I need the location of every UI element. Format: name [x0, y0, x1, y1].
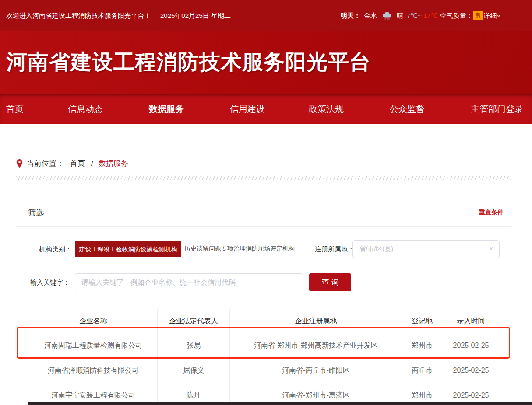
- air-quality-badge: 良: [473, 11, 483, 20]
- cell-company-name: 河南固瑞工程质量检测有限公司: [29, 333, 158, 358]
- weather-tomorrow-label: 明天：: [341, 12, 360, 20]
- nav-item-supervision[interactable]: 公众监督: [390, 94, 425, 124]
- filter-row-keyword: 输入关键字： 查 询: [16, 273, 511, 293]
- nav-item-admin-login[interactable]: 主管部门登录: [471, 94, 523, 124]
- breadcrumb-label: 当前位置：: [27, 158, 64, 168]
- reset-filters-link[interactable]: 重置条件: [479, 209, 504, 216]
- slash-divider: [16, 176, 511, 180]
- nav-item-credit[interactable]: 信用建设: [230, 94, 265, 124]
- temp-low: 7℃~: [407, 12, 422, 20]
- top-bar: 欢迎进入河南省建设工程消防技术服务阳光平台！ 2025年02月25日 星期二 明…: [0, 0, 532, 31]
- table-row-highlighted: 河南固瑞工程质量检测有限公司 张易 河南省-郑州市-郑州高新技术产业开发区 郑州…: [29, 333, 500, 358]
- filter-panel: 筛选 重置条件 机构类别： 建设工程竣工验收消防设施检测机构 历史遗留问题专项治…: [16, 198, 511, 405]
- cell-legal-representative: 张易: [158, 333, 230, 358]
- breadcrumb-current: 数据服务: [99, 158, 128, 168]
- keyword-input[interactable]: [75, 273, 303, 291]
- weather-city: 金水: [364, 12, 377, 20]
- cloud-drizzle-icon: [381, 12, 393, 20]
- temp-high: 17℃: [423, 12, 438, 20]
- category-tab-inspection-agency[interactable]: 建设工程竣工验收消防设施检测机构: [75, 241, 181, 257]
- filter-row-category: 机构类别： 建设工程竣工验收消防设施检测机构 历史遗留问题专项治理消防现场评定机…: [16, 240, 511, 259]
- col-legal-representative: 企业法定代表人: [158, 309, 230, 333]
- main-nav: 首页 信息动态 数据服务 信用建设 政策法规 公众监督 主管部门登录: [0, 94, 532, 124]
- cell-company-name: 河南省泽顺消防科技有限公司: [29, 358, 158, 383]
- bottom-footer-strip: [28, 402, 532, 405]
- nav-item-data-service[interactable]: 数据服务: [149, 94, 184, 124]
- site-banner: 河南省建设工程消防技术服务阳光平台: [0, 31, 532, 94]
- col-registration-place: 登记地: [402, 309, 442, 333]
- keyword-label: 输入关键字：: [30, 279, 70, 287]
- cell-legal-representative: 屈保义: [158, 358, 230, 383]
- weather-detail-link[interactable]: 详细»: [483, 12, 500, 20]
- chevron-down-icon: ∨: [489, 246, 493, 251]
- cell-registration-place: 商丘市: [402, 358, 442, 383]
- nav-item-news[interactable]: 信息动态: [68, 94, 103, 124]
- cell-registered-address: 河南省-郑州市-郑州高新技术产业开发区: [230, 333, 402, 358]
- breadcrumb-separator: /: [91, 159, 93, 168]
- results-table: 企业名称 企业法定代表人 企业注册属地 登记地 录入时间 河南固瑞工程质量检测有…: [29, 309, 500, 405]
- breadcrumb-home-link[interactable]: 首页: [70, 158, 85, 168]
- cell-registered-address: 河南省-商丘市-睢阳区: [230, 358, 402, 383]
- category-tab-historical-assessment-agency[interactable]: 历史遗留问题专项治理消防现场评定机构: [184, 245, 295, 253]
- table-header-row: 企业名称 企业法定代表人 企业注册属地 登记地 录入时间: [29, 309, 500, 333]
- cell-entry-date: 2025-02-25: [442, 333, 500, 358]
- breadcrumb: 当前位置： 首页 / 数据服务: [16, 158, 128, 168]
- location-pin-icon: [16, 159, 23, 168]
- cell-registration-place: 郑州市: [402, 333, 442, 358]
- weather-condition: 晴: [397, 12, 403, 20]
- col-registered-address: 企业注册属地: [230, 309, 402, 333]
- weather-widget: 明天： 金水 晴 7℃~ 17℃ 空气质量： 良 详细»: [341, 10, 500, 21]
- region-label: 注册所属地：: [315, 245, 354, 254]
- region-select[interactable]: 省/市/区(县) ∨: [352, 240, 500, 258]
- results-table-wrapper: 企业名称 企业法定代表人 企业注册属地 登记地 录入时间 河南固瑞工程质量检测有…: [29, 309, 500, 405]
- nav-item-home[interactable]: 首页: [6, 94, 24, 124]
- search-button[interactable]: 查 询: [309, 273, 351, 291]
- region-select-placeholder: 省/市/区(县): [359, 245, 393, 253]
- site-title: 河南省建设工程消防技术服务阳光平台: [6, 48, 371, 76]
- date-text: 2025年02月25日 星期二: [160, 12, 231, 20]
- air-quality-label: 空气质量：: [440, 12, 472, 20]
- category-label: 机构类别：: [39, 245, 72, 254]
- filter-panel-header: 筛选 重置条件: [16, 198, 511, 227]
- cell-entry-date: 2025-02-25: [442, 358, 500, 383]
- col-entry-date: 录入时间: [442, 309, 500, 333]
- nav-item-policy[interactable]: 政策法规: [309, 94, 344, 124]
- col-company-name: 企业名称: [29, 309, 158, 333]
- filter-title: 筛选: [28, 207, 44, 218]
- table-row: 河南省泽顺消防科技有限公司 屈保义 河南省-商丘市-睢阳区 商丘市 2025-0…: [29, 358, 500, 383]
- welcome-text: 欢迎进入河南省建设工程消防技术服务阳光平台！: [6, 12, 151, 20]
